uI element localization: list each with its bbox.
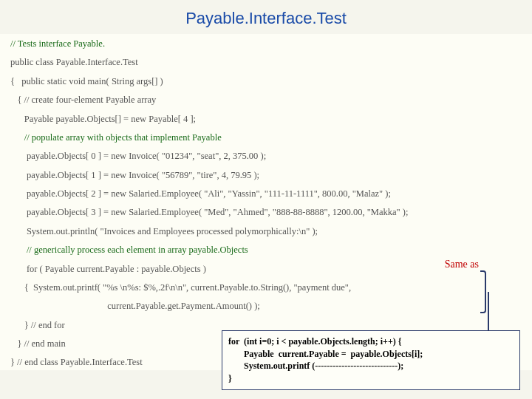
callout-line: }: [228, 372, 514, 385]
code-line: // generically process each element in a…: [10, 243, 522, 257]
code-line: // populate array with objects that impl…: [10, 131, 522, 145]
code-line: { public static void main( String args[]…: [10, 75, 522, 89]
code-line: current.Payable.get.Payment.Amount() );: [10, 299, 522, 313]
code-line: System.out.println( "Invoices and Employ…: [10, 225, 522, 239]
page-title: Payable.Interface.Test: [0, 0, 532, 34]
code-line: payable.Objects[ 3 ] = new Salaried.Empl…: [10, 205, 522, 219]
code-line: payable.Objects[ 2 ] = new Salaried.Empl…: [10, 187, 522, 201]
callout-box: for (int i=0; i < payable.Objects.length…: [222, 330, 520, 390]
code-line: payable.Objects[ 0 ] = new Invoice( "012…: [10, 149, 522, 163]
code-block: // Tests interface Payable. public class…: [0, 34, 532, 370]
code-line: payable.Objects[ 1 ] = new Invoice( "567…: [10, 168, 522, 183]
code-line: { System.out.printf( "%s \n%s: $%,.2f\n\…: [10, 281, 522, 295]
bracket-icon: [480, 270, 486, 313]
callout-line: for (int i=0; i < payable.Objects.length…: [228, 335, 514, 348]
code-line: { // create four-element Payable array: [10, 93, 522, 107]
callout-line: System.out.printf (---------------------…: [228, 360, 514, 372]
callout-line: Payable current.Payable = payable.Object…: [228, 348, 514, 361]
code-line: Payable payable.Objects[] = new Payable[…: [10, 112, 522, 126]
annotation-same-as: Same as: [445, 259, 479, 270]
code-line: public class Payable.Interface.Test: [10, 55, 522, 69]
code-line: // Tests interface Payable.: [10, 37, 522, 51]
